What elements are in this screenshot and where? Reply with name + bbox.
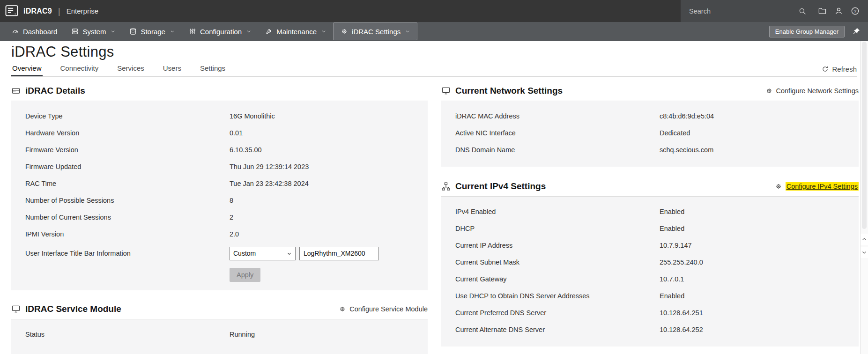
table-row: Current IP Address 10.7.9.147 [441,237,859,254]
row-value: 10.128.64.252 [660,326,703,333]
gear-icon [775,183,782,190]
row-label: Active NIC Interface [455,129,660,137]
row-value: schq.secious.com [660,146,713,154]
user-icon[interactable] [834,7,843,15]
link-label: Configure Network Settings [776,87,859,95]
network-icon [441,182,451,191]
nav-label: System [82,28,106,36]
chevron-down-icon [170,29,175,34]
main-nav: Dashboard System Storage [0,22,868,41]
tab-services[interactable]: Services [116,64,145,76]
help-icon[interactable]: ? [851,7,860,15]
link-label: Configure Service Module [349,305,428,313]
nav-item-idrac-settings[interactable]: iDRAC Settings [333,22,417,40]
nav-item-dashboard[interactable]: Dashboard [5,22,64,41]
row-value: Tue Jan 23 23:42:38 2024 [230,180,309,187]
refresh-icon [822,66,829,73]
enable-group-manager-button[interactable]: Enable Group Manager [769,26,845,37]
table-row: Current Subnet Mask 255.255.240.0 [441,254,859,271]
help-glyph: ? [854,8,856,14]
row-value: Running [230,331,255,338]
table-row: Active NIC Interface Dedicated [441,125,859,141]
refresh-label: Refresh [832,65,857,73]
main-content: iDRAC Settings Overview Connectivity Ser… [0,44,868,354]
row-label: IPv4 Enabled [455,208,660,215]
nav-label: Dashboard [23,28,57,36]
row-label: Current Alternate DNS Server [455,326,660,333]
tab-connectivity[interactable]: Connectivity [59,64,100,76]
row-value: Thu Jun 29 12:39:14 2023 [230,163,309,170]
service-module-section: iDRAC Service Module Configure Service M… [11,299,428,354]
configure-network-settings-link[interactable]: Configure Network Settings [765,87,859,95]
top-bar: iDRAC9 | Enterprise [0,0,868,22]
refresh-button[interactable]: Refresh [822,65,857,76]
row-value: 255.255.240.0 [660,258,703,266]
nav-item-system[interactable]: System [64,22,122,41]
table-row: Number of Possible Sessions 8 [11,192,428,209]
configure-service-module-link[interactable]: Configure Service Module [339,305,428,313]
folder-icon[interactable] [818,7,827,15]
row-label: User Interface Title Bar Information [25,250,230,257]
row-value: 10.7.0.1 [660,275,684,283]
title-bar-custom-input[interactable] [299,247,379,260]
topbar-icon-group: ? [818,7,860,15]
title-bar-mode-select[interactable]: Custom [230,247,296,260]
pin-icon[interactable] [852,27,861,36]
brand-name: iDRAC9 [23,7,52,15]
configure-ipv4-settings-link[interactable]: Configure IPv4 Settings [775,182,859,191]
scroll-up-button[interactable] [861,234,868,245]
row-label: Device Type [25,112,230,120]
ipv4-settings-body: IPv4 Enabled Enabled DHCP Enabled Curren… [441,197,859,347]
apply-button[interactable]: Apply [230,268,260,282]
row-label: Number of Possible Sessions [25,197,230,204]
table-row: Use DHCP to Obtain DNS Server Addresses … [441,288,859,304]
ipv4-settings-header: Current IPv4 Settings Configure IPv4 Set… [441,176,859,197]
service-module-rows: Status Running [11,326,428,343]
row-value: 10.7.9.147 [660,242,692,249]
nav-item-configuration[interactable]: Configuration [182,22,258,41]
chevron-up-icon [861,236,867,242]
row-label: Current Gateway [455,275,660,283]
tab-settings[interactable]: Settings [199,64,226,76]
search-input[interactable] [689,7,794,15]
page-title: iDRAC Settings [11,44,857,60]
row-value: 2 [230,214,233,221]
network-settings-body: iDRAC MAC Address c8:4b:d6:9d:e5:04 Acti… [441,101,859,167]
service-module-header: iDRAC Service Module Configure Service M… [11,299,428,319]
vertical-scrollbar[interactable] [860,41,868,354]
configuration-icon [189,28,196,35]
row-label: DHCP [455,225,660,232]
gear-icon [765,87,773,95]
apply-row: Apply [11,268,428,282]
nav-label: Configuration [200,28,242,36]
search-icon[interactable] [798,7,807,15]
maintenance-icon [265,28,273,35]
row-label: iDRAC MAC Address [455,112,660,120]
row-label: Firmware Version [25,146,230,154]
table-row: Device Type 16G Monolithic [11,108,428,125]
row-value: 2.0 [230,230,239,238]
ipv4-settings-section: Current IPv4 Settings Configure IPv4 Set… [441,176,859,347]
row-value: 10.128.64.251 [660,309,703,317]
row-value: Dedicated [660,129,690,137]
storage-icon [129,28,137,35]
chevron-down-icon [861,250,867,255]
nav-item-maintenance[interactable]: Maintenance [258,22,333,41]
table-row: Firmware Version 6.10.35.00 [11,141,428,158]
gear-icon [341,28,348,35]
card-title: iDRAC Details [25,86,85,96]
monitor-icon [11,304,21,314]
tab-overview[interactable]: Overview [11,64,43,76]
table-row: iDRAC MAC Address c8:4b:d6:9d:e5:04 [441,108,859,125]
link-label-highlighted: Configure IPv4 Settings [786,182,859,191]
card-title: iDRAC Service Module [25,304,121,314]
row-label: Use DHCP to Obtain DNS Server Addresses [455,292,660,300]
row-label: Current IP Address [455,242,660,249]
chevron-down-icon [287,251,292,256]
scroll-down-button[interactable] [861,247,868,258]
tab-users[interactable]: Users [162,64,182,76]
idrac-logo-icon [5,4,19,18]
scrollbar-thumb[interactable] [862,42,867,229]
nav-item-storage[interactable]: Storage [122,22,182,41]
network-settings-header: Current Network Settings Configure Netwo… [441,81,859,101]
